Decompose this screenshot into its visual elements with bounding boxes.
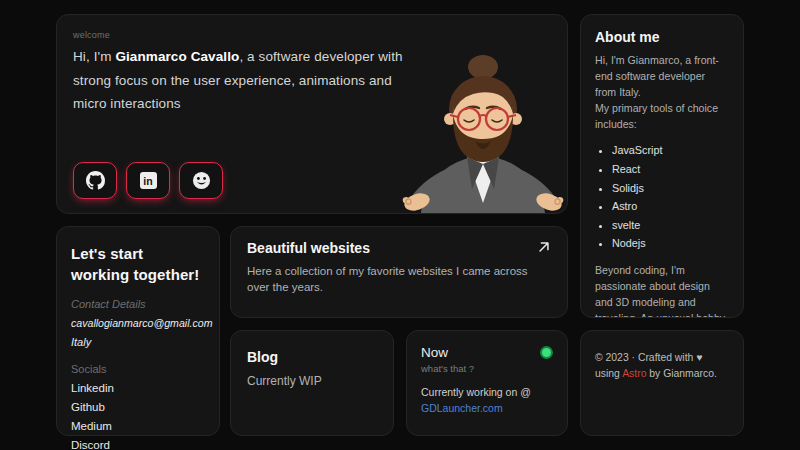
whats-that-link[interactable]: what's that ? [421, 363, 553, 374]
about-title: About me [595, 29, 729, 45]
location-text: Italy [71, 336, 205, 348]
gdlauncher-link[interactable]: GDLauncher.com [421, 402, 503, 414]
hero-card: welcome Hi, I'm Gianmarco Cavallo, a sof… [56, 14, 568, 214]
linkedin-button[interactable]: in [126, 162, 170, 199]
astro-link[interactable]: Astro [622, 368, 646, 379]
tool-item: svelte [612, 216, 729, 235]
email-link[interactable]: cavallogianmarco@gmail.com [71, 317, 205, 329]
contact-details-label: Contact Details [71, 298, 205, 310]
blog-status: Currently WIP [247, 374, 377, 388]
social-link[interactable]: Discord [71, 439, 205, 450]
zen-memoji-avatar [401, 53, 573, 213]
blog-title: Blog [247, 349, 377, 365]
tool-item: Solidjs [612, 179, 729, 198]
footer-card: © 2023 · Crafted with ♥ using Astro by G… [580, 330, 744, 436]
linkedin-icon: in [140, 172, 157, 189]
hero-headline: Hi, I'm Gianmarco Cavallo, a software de… [73, 45, 425, 116]
welcome-label: welcome [73, 30, 551, 40]
green-status-dot [540, 346, 553, 359]
websites-card-header: Beautiful websites [247, 240, 551, 256]
hero-greeting-prefix: Hi, I'm [73, 49, 115, 64]
now-card-header: Now [421, 343, 553, 360]
social-links-list: LinkedinGithubMediumDiscord [71, 382, 205, 450]
blog-card: Blog Currently WIP [230, 330, 394, 436]
hero-social-buttons: in [73, 162, 223, 199]
arrow-up-right-icon[interactable] [537, 240, 551, 254]
portfolio-page: welcome Hi, I'm Gianmarco Cavallo, a sof… [0, 0, 800, 450]
footer-credits: © 2023 · Crafted with ♥ using Astro by G… [595, 350, 729, 382]
about-intro-2: My primary tools of choice includes: [595, 101, 729, 133]
websites-card[interactable]: Beautiful websites Here a collection of … [230, 226, 568, 318]
tools-list: JavaScriptReactSolidjsAstrosvelteNodejs [595, 141, 729, 252]
smiley-icon [192, 171, 211, 190]
contact-title: Let's start working together! [71, 243, 205, 285]
about-card: About me Hi, I'm Gianmarco, a front-end … [580, 14, 744, 318]
socials-label: Socials [71, 363, 205, 375]
tool-item: Astro [612, 197, 729, 216]
websites-subtitle: Here a collection of my favorite website… [247, 263, 551, 295]
tool-item: Nodejs [612, 234, 729, 253]
about-intro-1: Hi, I'm Gianmarco, a front-end software … [595, 53, 729, 101]
smiley-button[interactable] [179, 162, 223, 199]
social-link[interactable]: Github [71, 401, 205, 413]
now-title: Now [421, 345, 448, 360]
github-icon [86, 171, 105, 190]
footer-suffix: by Gianmarco. [646, 368, 716, 379]
contact-card: Let's start working together! Contact De… [56, 226, 220, 436]
now-card: Now what's that ? Currently working on @… [406, 330, 568, 436]
tool-item: JavaScript [612, 141, 729, 160]
social-link[interactable]: Medium [71, 420, 205, 432]
github-button[interactable] [73, 162, 117, 199]
social-link[interactable]: Linkedin [71, 382, 205, 394]
author-name: Gianmarco Cavallo [115, 49, 239, 64]
now-working-text: Currently working on @ [421, 386, 553, 398]
about-paragraph-hobbies: Beyond coding, I'm passionate about desi… [595, 263, 729, 318]
websites-title: Beautiful websites [247, 240, 370, 256]
tool-item: React [612, 160, 729, 179]
